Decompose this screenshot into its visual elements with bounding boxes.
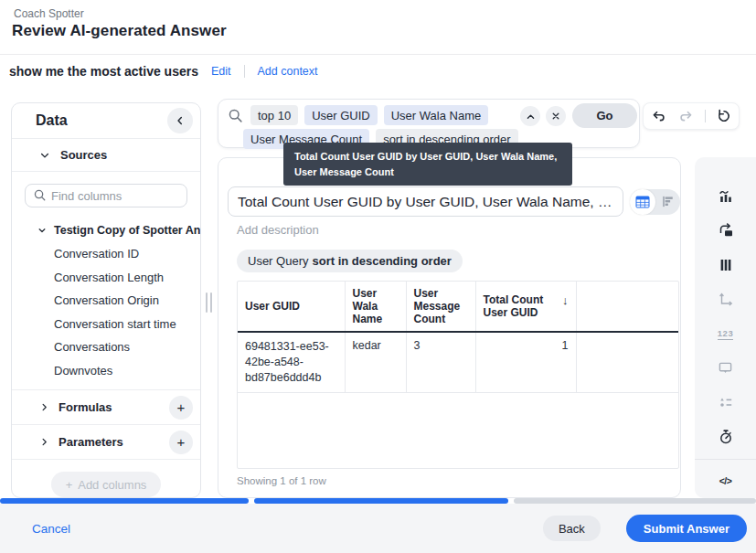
chart-view-button[interactable] bbox=[655, 189, 681, 215]
sources-label: Sources bbox=[60, 148, 107, 162]
progress-step-3 bbox=[514, 498, 756, 504]
tooltip-settings-icon bbox=[708, 351, 743, 386]
sort-descending-icon[interactable]: ↓ bbox=[562, 293, 569, 307]
view-toggle bbox=[630, 189, 680, 215]
chevron-left-icon bbox=[174, 114, 186, 127]
chevron-down-icon bbox=[37, 226, 47, 235]
add-description-placeholder[interactable]: Add description bbox=[237, 223, 680, 237]
columns-tree: Testign Copy of Spotter Ana... Conversat… bbox=[12, 215, 200, 389]
header-divider bbox=[0, 54, 756, 55]
cancel-link[interactable]: Cancel bbox=[32, 522, 70, 536]
change-visualization-icon[interactable] bbox=[708, 214, 743, 249]
row-count-status: Showing 1 of 1 row bbox=[237, 475, 680, 486]
column-header[interactable]: User Message Count bbox=[406, 282, 475, 332]
parameters-section: Parameters + bbox=[12, 424, 200, 459]
cell-user-message-count[interactable]: 3 bbox=[406, 332, 475, 392]
user-query-text: show me the most active users bbox=[9, 64, 198, 79]
query-interpretation-tooltip: Total Count User GUID by User GUID, User… bbox=[283, 143, 572, 186]
column-item[interactable]: Conversation Length bbox=[12, 266, 200, 290]
column-header-sorted[interactable]: Total Count User GUID ↓ bbox=[475, 282, 576, 332]
column-header-label: Total Count User GUID bbox=[484, 293, 559, 319]
table-icon bbox=[635, 196, 650, 208]
query-row: show me the most active users Edit Add c… bbox=[9, 64, 318, 79]
result-table: User GUID User Wala Name User Message Co… bbox=[238, 282, 678, 393]
cell-user-wala-name[interactable]: kedar bbox=[345, 332, 406, 392]
chevron-down-icon bbox=[39, 150, 50, 161]
column-header[interactable]: User Wala Name bbox=[345, 282, 406, 332]
edit-query-link[interactable]: Edit bbox=[211, 65, 231, 78]
submit-answer-button[interactable]: Submit Answer bbox=[626, 515, 747, 542]
code-icon[interactable]: </> bbox=[708, 463, 743, 498]
add-formula-button[interactable]: + bbox=[169, 396, 193, 420]
history-divider bbox=[705, 110, 706, 122]
add-columns-wrap: + Add columns bbox=[12, 459, 200, 498]
chart-insights-icon[interactable] bbox=[708, 179, 743, 214]
table-row: 69481331-ee53-42be-a548-bd87be6ddd4b ked… bbox=[238, 332, 678, 392]
app-kicker: Coach Spotter bbox=[14, 7, 84, 20]
query-token[interactable]: User GUID bbox=[304, 105, 378, 125]
collapse-search-button[interactable] bbox=[520, 106, 540, 126]
add-columns-label: Add columns bbox=[78, 478, 146, 492]
parameters-label: Parameters bbox=[59, 435, 123, 449]
plus-icon: + bbox=[66, 478, 73, 492]
reset-button[interactable] bbox=[715, 107, 733, 125]
schedule-timer-icon[interactable] bbox=[708, 420, 743, 454]
toolbar-divider bbox=[695, 459, 756, 460]
data-panel: Data Sources bbox=[11, 102, 201, 498]
back-button[interactable]: Back bbox=[543, 516, 601, 541]
answer-title-input[interactable] bbox=[228, 186, 623, 217]
data-panel-header: Data bbox=[12, 103, 200, 139]
panel-resize-handle[interactable] bbox=[206, 292, 212, 313]
collapse-panel-button[interactable] bbox=[167, 108, 193, 133]
chip-prefix: User Query bbox=[248, 254, 308, 268]
undo-button[interactable] bbox=[650, 107, 668, 125]
table-header-row: User GUID User Wala Name User Message Co… bbox=[238, 282, 678, 332]
chevron-right-icon[interactable] bbox=[39, 402, 49, 412]
data-panel-title: Data bbox=[36, 112, 68, 129]
axes-icon bbox=[708, 282, 743, 317]
column-item[interactable]: Conversation start time bbox=[12, 313, 200, 336]
add-parameter-button[interactable]: + bbox=[169, 431, 193, 454]
query-links-divider bbox=[244, 65, 245, 78]
table-view-button[interactable] bbox=[630, 189, 655, 215]
cell-user-guid[interactable]: 69481331-ee53-42be-a548-bd87be6ddd4b bbox=[238, 332, 345, 392]
query-token-bar: top 10 User GUID User Wala Name User Mes… bbox=[218, 99, 640, 148]
sources-section-toggle[interactable]: Sources bbox=[12, 139, 200, 172]
close-icon bbox=[551, 112, 560, 121]
find-columns-input[interactable] bbox=[25, 184, 187, 207]
columns-icon[interactable] bbox=[708, 248, 743, 282]
column-header[interactable]: User GUID bbox=[238, 282, 345, 332]
add-context-link[interactable]: Add context bbox=[258, 65, 318, 78]
go-button[interactable]: Go bbox=[572, 103, 637, 128]
redo-button[interactable] bbox=[677, 107, 696, 125]
progress-step-2 bbox=[254, 498, 508, 504]
answer-toolbar: 123 </> bbox=[695, 157, 756, 498]
column-item[interactable]: Conversations bbox=[12, 335, 200, 359]
cell-total-count[interactable]: 1 bbox=[475, 332, 576, 392]
footer-bar: Cancel Back Submit Answer bbox=[0, 504, 756, 553]
query-token[interactable]: User Wala Name bbox=[384, 105, 488, 125]
history-controls bbox=[643, 102, 740, 130]
column-item[interactable]: Downvotes bbox=[12, 359, 200, 383]
source-name: Testign Copy of Spotter Ana... bbox=[54, 224, 201, 237]
clear-search-button[interactable] bbox=[546, 106, 566, 126]
wizard-progress bbox=[0, 498, 756, 504]
column-header-empty bbox=[576, 282, 678, 332]
progress-step-1 bbox=[0, 498, 249, 504]
legend-icon bbox=[708, 385, 743, 420]
query-token[interactable]: top 10 bbox=[250, 105, 298, 125]
result-table-container: User GUID User Wala Name User Message Co… bbox=[237, 281, 679, 469]
chevron-right-icon[interactable] bbox=[39, 437, 49, 447]
column-item[interactable]: Conversation Origin bbox=[12, 289, 200, 313]
answer-card: Add description User Query sort in desce… bbox=[218, 157, 681, 498]
user-query-chip[interactable]: User Query sort in descending order bbox=[237, 250, 463, 272]
column-item[interactable]: Conversation ID bbox=[12, 242, 200, 266]
search-icon bbox=[228, 108, 243, 123]
source-node[interactable]: Testign Copy of Spotter Ana... bbox=[12, 218, 200, 242]
find-columns-wrap bbox=[12, 172, 200, 215]
coach-spotter-screen: Coach Spotter Review AI-generated Answer… bbox=[0, 0, 756, 553]
chip-modifier: sort in descending order bbox=[312, 254, 451, 268]
add-columns-button[interactable]: + Add columns bbox=[51, 472, 162, 497]
answer-title-row bbox=[228, 186, 680, 217]
number-format-icon: 123 bbox=[708, 316, 743, 351]
